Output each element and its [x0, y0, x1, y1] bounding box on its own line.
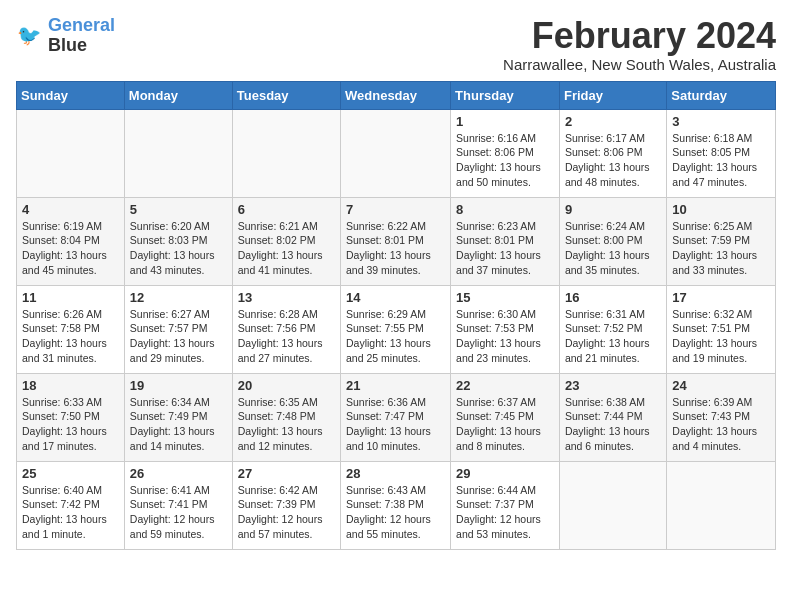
day-info: Sunrise: 6:33 AM Sunset: 7:50 PM Dayligh…: [22, 395, 119, 454]
calendar-cell: 17Sunrise: 6:32 AM Sunset: 7:51 PM Dayli…: [667, 285, 776, 373]
day-number: 19: [130, 378, 227, 393]
day-info: Sunrise: 6:37 AM Sunset: 7:45 PM Dayligh…: [456, 395, 554, 454]
calendar-week-row: 18Sunrise: 6:33 AM Sunset: 7:50 PM Dayli…: [17, 373, 776, 461]
calendar-cell: 11Sunrise: 6:26 AM Sunset: 7:58 PM Dayli…: [17, 285, 125, 373]
day-number: 24: [672, 378, 770, 393]
day-info: Sunrise: 6:30 AM Sunset: 7:53 PM Dayligh…: [456, 307, 554, 366]
logo-icon: 🐦: [16, 22, 44, 50]
calendar-cell: 24Sunrise: 6:39 AM Sunset: 7:43 PM Dayli…: [667, 373, 776, 461]
day-info: Sunrise: 6:31 AM Sunset: 7:52 PM Dayligh…: [565, 307, 661, 366]
day-number: 25: [22, 466, 119, 481]
calendar-cell: 23Sunrise: 6:38 AM Sunset: 7:44 PM Dayli…: [559, 373, 666, 461]
calendar-cell: 8Sunrise: 6:23 AM Sunset: 8:01 PM Daylig…: [451, 197, 560, 285]
calendar-cell: 4Sunrise: 6:19 AM Sunset: 8:04 PM Daylig…: [17, 197, 125, 285]
day-info: Sunrise: 6:21 AM Sunset: 8:02 PM Dayligh…: [238, 219, 335, 278]
calendar-cell: 2Sunrise: 6:17 AM Sunset: 8:06 PM Daylig…: [559, 109, 666, 197]
day-info: Sunrise: 6:32 AM Sunset: 7:51 PM Dayligh…: [672, 307, 770, 366]
day-info: Sunrise: 6:27 AM Sunset: 7:57 PM Dayligh…: [130, 307, 227, 366]
location-subtitle: Narrawallee, New South Wales, Australia: [503, 56, 776, 73]
title-block: February 2024 Narrawallee, New South Wal…: [503, 16, 776, 73]
day-info: Sunrise: 6:39 AM Sunset: 7:43 PM Dayligh…: [672, 395, 770, 454]
day-number: 6: [238, 202, 335, 217]
day-info: Sunrise: 6:24 AM Sunset: 8:00 PM Dayligh…: [565, 219, 661, 278]
header-wednesday: Wednesday: [341, 81, 451, 109]
calendar-cell: 1Sunrise: 6:16 AM Sunset: 8:06 PM Daylig…: [451, 109, 560, 197]
day-info: Sunrise: 6:22 AM Sunset: 8:01 PM Dayligh…: [346, 219, 445, 278]
day-number: 17: [672, 290, 770, 305]
day-info: Sunrise: 6:23 AM Sunset: 8:01 PM Dayligh…: [456, 219, 554, 278]
header-tuesday: Tuesday: [232, 81, 340, 109]
day-number: 29: [456, 466, 554, 481]
calendar-cell: 10Sunrise: 6:25 AM Sunset: 7:59 PM Dayli…: [667, 197, 776, 285]
day-number: 12: [130, 290, 227, 305]
calendar-cell: 13Sunrise: 6:28 AM Sunset: 7:56 PM Dayli…: [232, 285, 340, 373]
calendar-cell: [17, 109, 125, 197]
calendar-cell: [667, 461, 776, 549]
calendar-cell: 27Sunrise: 6:42 AM Sunset: 7:39 PM Dayli…: [232, 461, 340, 549]
header-monday: Monday: [124, 81, 232, 109]
day-number: 9: [565, 202, 661, 217]
day-info: Sunrise: 6:34 AM Sunset: 7:49 PM Dayligh…: [130, 395, 227, 454]
day-number: 11: [22, 290, 119, 305]
day-info: Sunrise: 6:19 AM Sunset: 8:04 PM Dayligh…: [22, 219, 119, 278]
calendar-cell: 9Sunrise: 6:24 AM Sunset: 8:00 PM Daylig…: [559, 197, 666, 285]
day-number: 14: [346, 290, 445, 305]
day-number: 16: [565, 290, 661, 305]
calendar-cell: 21Sunrise: 6:36 AM Sunset: 7:47 PM Dayli…: [341, 373, 451, 461]
calendar-cell: 28Sunrise: 6:43 AM Sunset: 7:38 PM Dayli…: [341, 461, 451, 549]
day-number: 5: [130, 202, 227, 217]
page-header: 🐦 GeneralBlue February 2024 Narrawallee,…: [16, 16, 776, 73]
day-number: 26: [130, 466, 227, 481]
day-number: 4: [22, 202, 119, 217]
calendar-cell: 15Sunrise: 6:30 AM Sunset: 7:53 PM Dayli…: [451, 285, 560, 373]
day-info: Sunrise: 6:25 AM Sunset: 7:59 PM Dayligh…: [672, 219, 770, 278]
day-number: 13: [238, 290, 335, 305]
day-info: Sunrise: 6:44 AM Sunset: 7:37 PM Dayligh…: [456, 483, 554, 542]
day-info: Sunrise: 6:16 AM Sunset: 8:06 PM Dayligh…: [456, 131, 554, 190]
day-info: Sunrise: 6:36 AM Sunset: 7:47 PM Dayligh…: [346, 395, 445, 454]
day-info: Sunrise: 6:40 AM Sunset: 7:42 PM Dayligh…: [22, 483, 119, 542]
calendar-cell: 7Sunrise: 6:22 AM Sunset: 8:01 PM Daylig…: [341, 197, 451, 285]
day-info: Sunrise: 6:41 AM Sunset: 7:41 PM Dayligh…: [130, 483, 227, 542]
day-number: 8: [456, 202, 554, 217]
weekday-header-row: Sunday Monday Tuesday Wednesday Thursday…: [17, 81, 776, 109]
day-number: 27: [238, 466, 335, 481]
calendar-cell: 25Sunrise: 6:40 AM Sunset: 7:42 PM Dayli…: [17, 461, 125, 549]
day-info: Sunrise: 6:17 AM Sunset: 8:06 PM Dayligh…: [565, 131, 661, 190]
logo: 🐦 GeneralBlue: [16, 16, 115, 56]
day-number: 10: [672, 202, 770, 217]
svg-text:🐦: 🐦: [17, 22, 42, 46]
calendar-week-row: 11Sunrise: 6:26 AM Sunset: 7:58 PM Dayli…: [17, 285, 776, 373]
calendar-cell: [341, 109, 451, 197]
calendar-cell: [232, 109, 340, 197]
day-info: Sunrise: 6:42 AM Sunset: 7:39 PM Dayligh…: [238, 483, 335, 542]
day-number: 23: [565, 378, 661, 393]
day-number: 2: [565, 114, 661, 129]
header-saturday: Saturday: [667, 81, 776, 109]
day-number: 20: [238, 378, 335, 393]
day-number: 1: [456, 114, 554, 129]
calendar-cell: [559, 461, 666, 549]
day-info: Sunrise: 6:28 AM Sunset: 7:56 PM Dayligh…: [238, 307, 335, 366]
calendar-week-row: 1Sunrise: 6:16 AM Sunset: 8:06 PM Daylig…: [17, 109, 776, 197]
day-info: Sunrise: 6:43 AM Sunset: 7:38 PM Dayligh…: [346, 483, 445, 542]
logo-text: GeneralBlue: [48, 16, 115, 56]
calendar-cell: [124, 109, 232, 197]
calendar-cell: 16Sunrise: 6:31 AM Sunset: 7:52 PM Dayli…: [559, 285, 666, 373]
calendar-cell: 20Sunrise: 6:35 AM Sunset: 7:48 PM Dayli…: [232, 373, 340, 461]
calendar-cell: 6Sunrise: 6:21 AM Sunset: 8:02 PM Daylig…: [232, 197, 340, 285]
calendar-cell: 29Sunrise: 6:44 AM Sunset: 7:37 PM Dayli…: [451, 461, 560, 549]
day-number: 21: [346, 378, 445, 393]
calendar-week-row: 4Sunrise: 6:19 AM Sunset: 8:04 PM Daylig…: [17, 197, 776, 285]
header-sunday: Sunday: [17, 81, 125, 109]
day-number: 18: [22, 378, 119, 393]
day-number: 28: [346, 466, 445, 481]
day-info: Sunrise: 6:26 AM Sunset: 7:58 PM Dayligh…: [22, 307, 119, 366]
calendar-table: Sunday Monday Tuesday Wednesday Thursday…: [16, 81, 776, 550]
calendar-cell: 14Sunrise: 6:29 AM Sunset: 7:55 PM Dayli…: [341, 285, 451, 373]
calendar-cell: 18Sunrise: 6:33 AM Sunset: 7:50 PM Dayli…: [17, 373, 125, 461]
calendar-cell: 22Sunrise: 6:37 AM Sunset: 7:45 PM Dayli…: [451, 373, 560, 461]
header-thursday: Thursday: [451, 81, 560, 109]
day-number: 15: [456, 290, 554, 305]
calendar-cell: 3Sunrise: 6:18 AM Sunset: 8:05 PM Daylig…: [667, 109, 776, 197]
